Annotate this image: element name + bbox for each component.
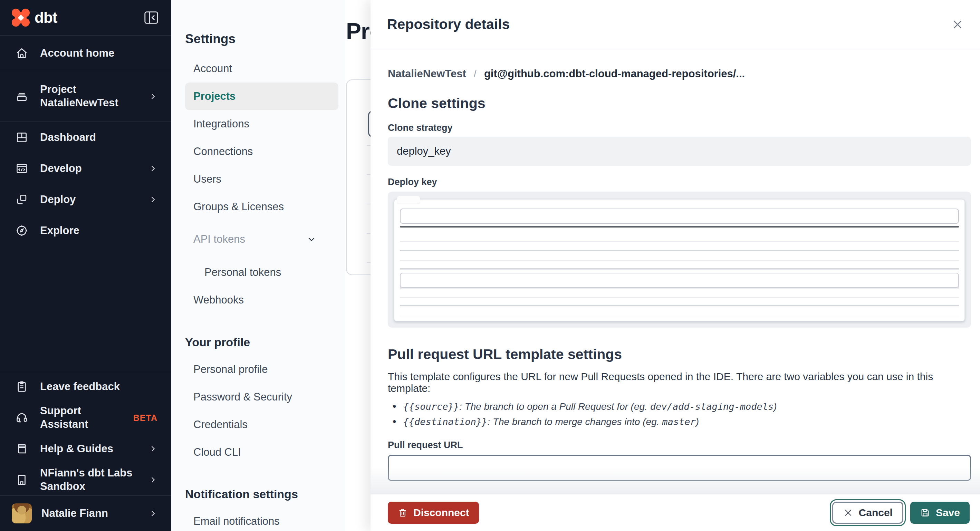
bullet-dot: • <box>393 416 396 428</box>
sidebar-item-label: Dashboard <box>40 131 96 144</box>
panel-footer: Disconnect Cancel Save <box>371 494 980 531</box>
chevron-down-icon <box>307 234 316 244</box>
clone-strategy-value[interactable]: deploy_key <box>388 137 971 166</box>
repository-details-panel: Repository details NatalieNewTest / git@… <box>371 0 980 531</box>
sidebar-item-deploy[interactable]: Deploy <box>0 184 171 215</box>
footer-action-group: Cancel Save <box>832 502 970 524</box>
sidebar-item-help-guides[interactable]: Help & Guides <box>0 433 171 464</box>
save-label: Save <box>936 507 960 518</box>
settings-item-webhooks[interactable]: Webhooks <box>185 286 339 314</box>
settings-item-personal-profile[interactable]: Personal profile <box>185 356 339 383</box>
clipboard-icon <box>15 380 28 393</box>
book-icon <box>15 442 28 455</box>
chevron-right-icon <box>148 92 158 101</box>
settings-item-email-notifications[interactable]: Email notifications <box>185 507 339 531</box>
explore-compass-icon <box>15 224 28 237</box>
panel-title: Repository details <box>387 16 510 32</box>
settings-item-account[interactable]: Account <box>185 55 339 83</box>
settings-item-cloud-cli[interactable]: Cloud CLI <box>185 439 339 466</box>
dbt-logo-icon <box>12 9 30 27</box>
sidebar-item-label: Project NatalieNewTest <box>40 83 118 110</box>
chevron-right-icon <box>148 509 158 518</box>
sidebar-logo-row: dbt <box>0 0 171 35</box>
cancel-button[interactable]: Cancel <box>832 502 903 524</box>
sidebar-item-label: Explore <box>40 224 80 237</box>
settings-nav: Settings Account Projects Integrations C… <box>171 0 345 531</box>
sidebar-item-support-assistant[interactable]: Support Assistant BETA <box>0 402 171 433</box>
beta-badge: BETA <box>133 413 158 423</box>
pull-request-url-label: Pull request URL <box>388 440 971 451</box>
sidebar-item-label: Help & Guides <box>40 442 113 456</box>
sidebar-item-explore[interactable]: Explore <box>0 215 171 246</box>
deploy-key-redacted-row <box>400 208 959 224</box>
project-stack-icon <box>15 90 28 103</box>
deploy-key-field[interactable] <box>388 192 971 328</box>
user-avatar <box>12 503 32 523</box>
sidebar-item-project[interactable]: Project NatalieNewTest <box>0 71 171 122</box>
settings-item-api-tokens[interactable]: API tokens <box>185 226 339 253</box>
sidebar: dbt Account home Project NatalieNewTest … <box>0 0 171 531</box>
develop-code-icon <box>15 162 28 175</box>
settings-item-users[interactable]: Users <box>185 165 339 193</box>
chevron-right-icon <box>148 475 158 484</box>
chevron-right-icon <box>148 444 158 453</box>
chevron-right-icon <box>148 164 158 173</box>
dashboard-icon <box>15 131 28 144</box>
sidebar-item-label: Account home <box>40 47 114 60</box>
sidebar-bottom-section: Leave feedback Support Assistant BETA He… <box>0 371 171 496</box>
settings-item-projects[interactable]: Projects <box>185 83 339 110</box>
close-icon <box>843 507 853 518</box>
sidebar-item-label: NFiann's dbt Labs Sandbox <box>40 466 137 493</box>
clone-strategy-label: Clone strategy <box>388 122 971 133</box>
breadcrumb-repo-url: git@github.com:dbt-cloud-managed-reposit… <box>484 68 745 80</box>
breadcrumb-project: NatalieNewTest <box>388 68 466 80</box>
settings-item-credentials[interactable]: Credentials <box>185 411 339 439</box>
deploy-key-redacted-line <box>400 226 959 227</box>
settings-item-password-security[interactable]: Password & Security <box>185 383 339 411</box>
sidebar-item-dashboard[interactable]: Dashboard <box>0 122 171 153</box>
clone-settings-heading: Clone settings <box>388 95 971 111</box>
sidebar-user-menu[interactable]: Natalie Fiann <box>0 496 171 531</box>
disconnect-label: Disconnect <box>413 507 469 518</box>
deploy-key-redacted-row <box>400 273 959 288</box>
breadcrumb-separator: / <box>474 68 477 80</box>
headset-icon <box>15 411 28 424</box>
settings-item-label: API tokens <box>193 233 245 245</box>
panel-body: NatalieNewTest / git@github.com:dbt-clou… <box>371 49 980 494</box>
bullet-dot: • <box>393 401 396 412</box>
sidebar-item-label: Leave feedback <box>40 380 120 394</box>
user-name: Natalie Fiann <box>41 507 108 520</box>
settings-item-personal-tokens[interactable]: Personal tokens <box>185 259 339 286</box>
sidebar-item-leave-feedback[interactable]: Leave feedback <box>0 371 171 402</box>
settings-item-groups-licenses[interactable]: Groups & Licenses <box>185 193 339 221</box>
pull-request-url-input[interactable] <box>388 455 971 481</box>
trash-icon <box>398 507 408 518</box>
sidebar-spacer <box>0 246 171 371</box>
pr-template-description: This template configures the URL for new… <box>388 371 971 394</box>
close-panel-button[interactable] <box>948 15 967 34</box>
panel-header: Repository details <box>371 0 980 49</box>
home-icon <box>15 47 28 60</box>
sidebar-item-sandbox-account[interactable]: NFiann's dbt Labs Sandbox <box>0 464 171 496</box>
sidebar-item-develop[interactable]: Develop <box>0 153 171 184</box>
breadcrumb: NatalieNewTest / git@github.com:dbt-clou… <box>388 68 971 80</box>
your-profile-heading: Your profile <box>185 335 339 351</box>
collapse-sidebar-button[interactable] <box>142 10 161 26</box>
deploy-icon <box>15 193 28 206</box>
building-icon <box>15 473 28 486</box>
dbt-logo-text: dbt <box>35 9 57 26</box>
pr-template-heading: Pull request URL template settings <box>388 346 971 362</box>
collapse-sidebar-icon <box>144 11 159 24</box>
sidebar-item-account-home[interactable]: Account home <box>0 35 171 71</box>
disconnect-button[interactable]: Disconnect <box>388 502 479 524</box>
deploy-key-redaction-artifact <box>397 196 420 204</box>
settings-heading: Settings <box>185 32 339 47</box>
save-button[interactable]: Save <box>910 502 970 524</box>
deploy-key-label: Deploy key <box>388 177 971 188</box>
settings-item-connections[interactable]: Connections <box>185 138 339 165</box>
pr-variable-list: • {{source}}: The branch to open a Pull … <box>388 401 971 428</box>
settings-item-integrations[interactable]: Integrations <box>185 110 339 138</box>
chevron-right-icon <box>148 195 158 204</box>
save-disk-icon <box>920 507 930 518</box>
pr-variable-destination: • {{destination}}: The branch to merge c… <box>388 416 971 428</box>
